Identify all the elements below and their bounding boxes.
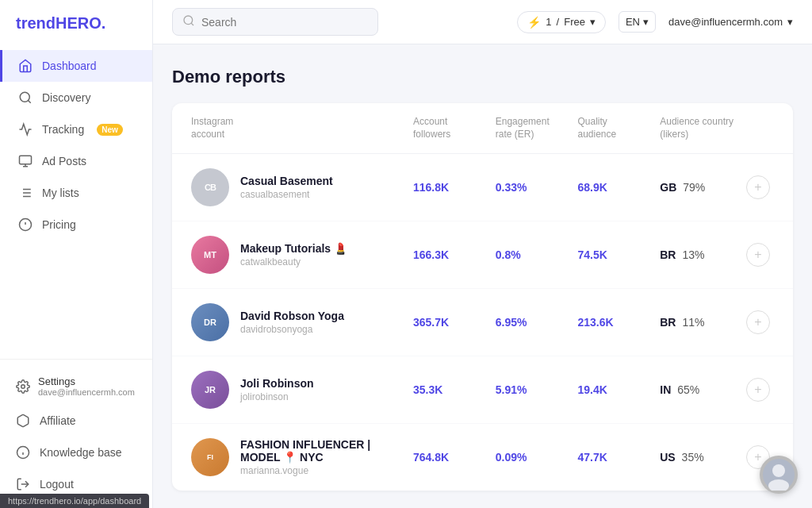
sidebar-item-label: Discovery [42, 91, 90, 104]
settings-email: dave@influencermh.com [38, 387, 135, 397]
plan-label: Free [564, 16, 585, 28]
sidebar-item-label: Knowledge base [40, 446, 122, 459]
plan-icon: ⚡ [527, 16, 541, 29]
account-cell: MT Makeup Tutorials 💄 catwalkbeauty [191, 236, 413, 274]
followers-value: 166.3K [413, 248, 496, 261]
svg-rect-2 [20, 156, 32, 164]
account-name: Joli Robinson [240, 377, 314, 390]
account-name: FASHION INFLUENCER | MODEL 📍 NYC [240, 438, 413, 464]
col-action [742, 116, 774, 140]
followers-value: 365.7K [413, 316, 496, 329]
avatar: CB [191, 168, 229, 206]
add-to-list-button[interactable]: + [746, 378, 770, 402]
add-to-list-button[interactable]: + [746, 175, 770, 199]
lists-icon [18, 186, 33, 200]
sidebar-item-discovery[interactable]: Discovery [0, 82, 152, 114]
col-quality: Qualityaudience [578, 116, 661, 140]
home-icon [18, 59, 33, 73]
account-cell: JR Joli Robinson jolirobinson [191, 371, 413, 409]
add-to-list-button[interactable]: + [746, 243, 770, 267]
demo-reports-table: Instagramaccount Accountfollowers Engage… [172, 103, 793, 491]
account-handle: jolirobinson [240, 391, 314, 402]
settings-block[interactable]: Settings dave@influencermh.com [0, 368, 152, 405]
svg-point-0 [20, 92, 29, 102]
sidebar-item-dashboard[interactable]: Dashboard [0, 50, 152, 82]
plan-badge[interactable]: ⚡ 1 / Free ▾ [517, 11, 606, 33]
url-bar: https://trendhero.io/app/dashboard [0, 494, 149, 508]
user-menu[interactable]: dave@influencermh.com ▾ [668, 16, 793, 28]
plan-count: 1 [546, 16, 551, 28]
account-info: Casual Basement casualbasement [240, 175, 333, 200]
country-pct: 65% [677, 383, 699, 396]
account-cell: FI FASHION INFLUENCER | MODEL 📍 NYC mari… [191, 438, 413, 476]
country-code: US [660, 451, 675, 464]
avatar: FI [191, 438, 229, 476]
sidebar-item-label: Affiliate [40, 414, 76, 427]
account-cell: DR David Robson Yoga davidrobsonyoga [191, 303, 413, 341]
followers-value: 764.8K [413, 451, 496, 464]
tracking-icon [18, 122, 33, 137]
logo: trendHERO. [0, 0, 152, 44]
pricing-icon [18, 217, 33, 232]
svg-point-14 [21, 384, 25, 388]
country-cell: BR 11% [660, 316, 742, 329]
chevron-down-icon: ▾ [787, 16, 793, 28]
add-to-list-button[interactable]: + [746, 310, 770, 334]
sidebar-item-mylists[interactable]: My lists [0, 177, 152, 209]
discovery-icon [18, 90, 33, 105]
table-header: Instagramaccount Accountfollowers Engage… [172, 103, 793, 154]
followers-value: 35.3K [413, 383, 496, 396]
avatar: MT [191, 236, 229, 274]
er-value: 0.33% [496, 181, 578, 194]
country-code: BR [660, 248, 676, 261]
page-title: Demo reports [172, 67, 793, 87]
sidebar: trendHERO. Dashboard Discovery Tracking … [0, 0, 153, 508]
account-info: FASHION INFLUENCER | MODEL 📍 NYC mariann… [240, 438, 413, 476]
sidebar-item-label: Dashboard [42, 60, 97, 72]
account-info: Joli Robinson jolirobinson [240, 377, 314, 402]
svg-point-19 [184, 16, 193, 25]
topbar-right: ⚡ 1 / Free ▾ EN ▾ dave@influencermh.com … [517, 11, 793, 33]
adposts-icon [18, 154, 33, 168]
col-er: Engagementrate (ER) [496, 116, 578, 140]
affiliate-icon [16, 414, 30, 428]
country-code: GB [660, 181, 676, 194]
country-pct: 13% [682, 248, 704, 261]
account-info: David Robson Yoga davidrobsonyoga [240, 310, 344, 335]
country-cell: GB 79% [660, 181, 742, 194]
search-box[interactable] [172, 8, 378, 36]
floating-avatar[interactable] [760, 456, 798, 494]
sidebar-item-adposts[interactable]: Ad Posts [0, 145, 152, 177]
sidebar-nav: Dashboard Discovery Tracking New Ad Post… [0, 44, 152, 359]
search-input[interactable] [201, 16, 368, 29]
col-country: Audience country(likers) [660, 116, 742, 140]
followers-value: 116.8K [413, 181, 496, 194]
chevron-down-icon: ▾ [590, 16, 596, 28]
country-pct: 11% [682, 316, 704, 329]
svg-line-20 [191, 23, 193, 25]
country-cell: IN 65% [660, 383, 742, 396]
row-action: + [742, 378, 774, 402]
sidebar-item-tracking[interactable]: Tracking New [0, 114, 152, 145]
user-email: dave@influencermh.com [668, 16, 783, 28]
quality-value: 47.7K [578, 451, 661, 464]
avatar: DR [191, 303, 229, 341]
country-code: IN [660, 383, 671, 396]
account-name: Makeup Tutorials 💄 [240, 242, 347, 255]
sidebar-item-pricing[interactable]: Pricing [0, 209, 152, 241]
table-row: JR Joli Robinson jolirobinson 35.3K 5.91… [172, 356, 793, 424]
sidebar-item-affiliate[interactable]: Affiliate [0, 405, 152, 437]
sidebar-bottom: Settings dave@influencermh.com Affiliate… [0, 359, 152, 508]
logo-text: trendHERO. [16, 14, 105, 33]
country-code: BR [660, 316, 676, 329]
quality-value: 213.6K [578, 316, 661, 329]
er-value: 0.8% [496, 248, 578, 261]
sidebar-item-knowledge[interactable]: Knowledge base [0, 437, 152, 468]
country-pct: 79% [683, 181, 705, 194]
language-selector[interactable]: EN ▾ [619, 11, 656, 33]
sidebar-item-label: Pricing [42, 218, 76, 231]
col-followers: Accountfollowers [413, 116, 496, 140]
settings-label: Settings [38, 375, 135, 387]
account-handle: casualbasement [240, 189, 333, 200]
chevron-down-icon: ▾ [643, 16, 649, 28]
